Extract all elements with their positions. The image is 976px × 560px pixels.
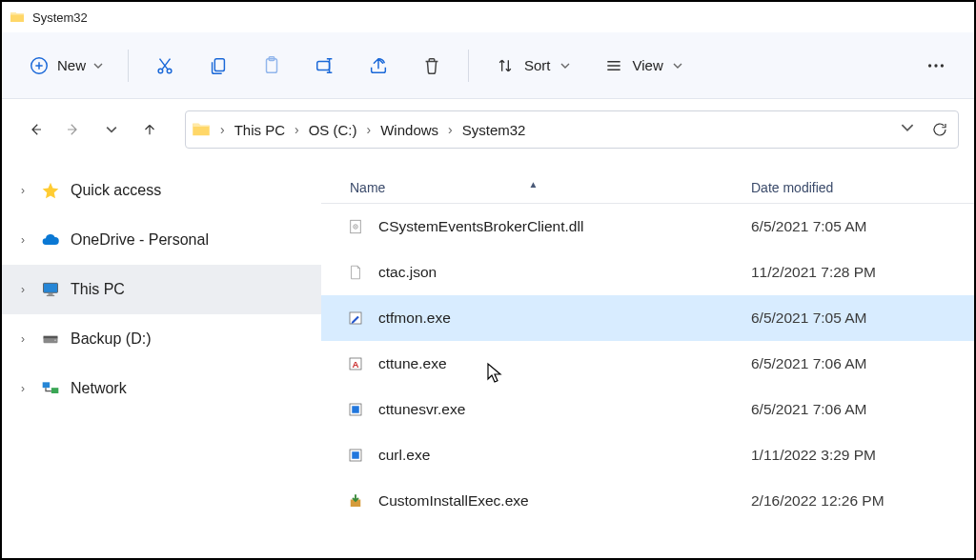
file-icon [346, 491, 365, 510]
svg-point-1 [158, 69, 163, 73]
svg-rect-28 [352, 451, 359, 459]
file-date: 11/2/2021 7:28 PM [745, 264, 974, 281]
new-label: New [57, 57, 86, 73]
separator [128, 50, 129, 82]
sidebar-item-this-pc[interactable]: › This PC [2, 265, 321, 314]
file-icon [346, 309, 365, 328]
breadcrumb[interactable]: This PC [231, 118, 289, 142]
file-name: ctfmon.exe [378, 310, 451, 327]
svg-rect-17 [43, 382, 51, 388]
chevron-right-icon[interactable]: › [15, 184, 30, 197]
breadcrumb[interactable]: OS (C:) [305, 118, 361, 142]
file-icon [346, 263, 365, 282]
svg-rect-26 [352, 406, 359, 413]
sidebar-item-quick-access[interactable]: › Quick access [2, 166, 321, 215]
paste-button[interactable] [249, 47, 295, 85]
svg-point-2 [167, 69, 172, 73]
svg-rect-12 [49, 293, 53, 295]
file-icon [346, 446, 365, 465]
file-list[interactable]: CSystemEventsBrokerClient.dll6/5/2021 7:… [321, 204, 974, 524]
svg-point-7 [928, 64, 931, 67]
up-button[interactable] [135, 115, 164, 144]
file-date: 6/5/2021 7:05 AM [745, 310, 974, 327]
refresh-button[interactable] [931, 121, 948, 138]
svg-rect-18 [51, 388, 59, 393]
cloud-icon [40, 230, 61, 250]
file-name: CSystemEventsBrokerClient.dll [378, 218, 583, 235]
file-row[interactable]: ctac.json11/2/2021 7:28 PM [321, 250, 974, 295]
svg-rect-3 [214, 58, 224, 70]
chevron-down-icon [673, 61, 682, 70]
rename-button[interactable] [302, 47, 348, 85]
sidebar-item-label: Quick access [71, 182, 161, 199]
toolbar: New Sort View [2, 32, 974, 99]
sort-indicator-up-icon: ▲ [529, 179, 539, 190]
chevron-down-icon[interactable] [901, 121, 914, 138]
address-bar[interactable]: › This PC › OS (C:) › Windows › System32 [185, 110, 959, 149]
overflow-button[interactable] [913, 47, 959, 85]
chevron-right-icon[interactable]: › [218, 122, 227, 137]
drive-icon [40, 329, 61, 350]
svg-rect-10 [44, 283, 58, 292]
back-button[interactable] [21, 115, 50, 144]
breadcrumb[interactable]: Windows [376, 118, 442, 142]
share-button[interactable] [356, 47, 401, 85]
chevron-right-icon[interactable]: › [15, 283, 30, 296]
copy-button[interactable] [195, 47, 241, 85]
svg-rect-6 [317, 61, 330, 70]
file-pane: ▲ Name Date modified CSystemEventsBroker… [321, 160, 974, 558]
cut-button[interactable] [142, 47, 188, 85]
breadcrumb[interactable]: System32 [458, 118, 530, 142]
chevron-right-icon[interactable]: › [15, 332, 30, 346]
file-row[interactable]: CustomInstallExec.exe2/16/2022 12:26 PM [321, 478, 974, 524]
network-icon [40, 378, 61, 399]
chevron-right-icon[interactable]: › [365, 122, 374, 137]
window-title: System32 [32, 10, 88, 25]
star-icon [40, 180, 61, 201]
svg-rect-13 [47, 295, 54, 296]
file-date: 6/5/2021 7:06 AM [745, 355, 974, 372]
file-name: ctac.json [378, 264, 437, 281]
file-row[interactable]: CSystemEventsBrokerClient.dll6/5/2021 7:… [321, 204, 974, 250]
column-date-header[interactable]: Date modified [745, 180, 974, 195]
file-row[interactable]: cttunesvr.exe6/5/2021 7:06 AM [321, 387, 974, 432]
navbar: › This PC › OS (C:) › Windows › System32 [2, 99, 974, 160]
sidebar-item-network[interactable]: › Network [2, 364, 321, 413]
separator [468, 50, 469, 82]
view-button[interactable]: View [591, 47, 696, 85]
sidebar-item-label: Backup (D:) [71, 330, 151, 348]
recent-button[interactable] [97, 115, 126, 144]
file-row[interactable]: Acttune.exe6/5/2021 7:06 AM [321, 341, 974, 387]
file-icon [346, 217, 365, 236]
file-name: cttune.exe [378, 355, 447, 372]
file-row[interactable]: ctfmon.exe6/5/2021 7:05 AM [321, 295, 974, 341]
column-headers: ▲ Name Date modified [321, 160, 974, 204]
file-date: 6/5/2021 7:06 AM [745, 401, 974, 418]
svg-rect-15 [44, 336, 58, 339]
monitor-icon [40, 279, 61, 300]
plus-circle-icon [29, 55, 50, 76]
sidebar-item-backup[interactable]: › Backup (D:) [2, 314, 321, 364]
file-date: 1/11/2022 3:29 PM [745, 447, 974, 464]
file-name: CustomInstallExec.exe [378, 492, 529, 510]
svg-point-8 [934, 64, 937, 67]
chevron-right-icon[interactable]: › [15, 382, 30, 395]
chevron-right-icon[interactable]: › [293, 122, 301, 137]
sidebar-item-label: OneDrive - Personal [71, 231, 209, 249]
chevron-down-icon [560, 61, 570, 70]
file-name: curl.exe [378, 447, 430, 464]
delete-button[interactable] [409, 47, 455, 85]
chevron-right-icon[interactable]: › [15, 233, 30, 247]
sort-button[interactable]: Sort [482, 47, 583, 85]
sidebar-item-onedrive[interactable]: › OneDrive - Personal [2, 215, 321, 265]
chevron-down-icon [93, 61, 103, 70]
chevron-right-icon[interactable]: › [446, 122, 455, 137]
file-row[interactable]: curl.exe1/11/2022 3:29 PM [321, 432, 974, 478]
new-button[interactable]: New [17, 47, 114, 85]
folder-icon [192, 120, 211, 139]
forward-button[interactable] [59, 115, 88, 144]
view-label: View [633, 57, 663, 73]
column-name-header[interactable]: Name [350, 180, 385, 195]
folder-icon [10, 10, 25, 25]
file-date: 2/16/2022 12:26 PM [745, 492, 974, 510]
